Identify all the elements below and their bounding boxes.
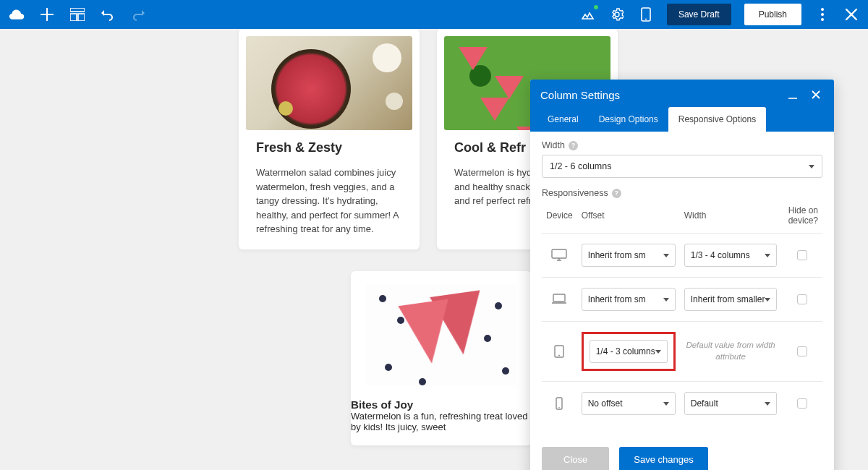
hide-checkbox-laptop[interactable] [797, 294, 807, 304]
top-toolbar: Save Draft Publish [0, 0, 868, 29]
gear-icon[interactable] [609, 7, 625, 22]
hide-checkbox-phone[interactable] [797, 398, 807, 409]
close-icon[interactable] [843, 7, 859, 22]
tablet-width-hint: Default value from width attribute [684, 340, 778, 362]
width-select-phone[interactable]: Default [684, 392, 778, 415]
popsicle-image [366, 284, 516, 385]
svg-point-4 [645, 19, 647, 20]
phone-icon [551, 397, 567, 410]
col-hide: Hide on device? [781, 202, 822, 234]
svg-rect-8 [552, 249, 566, 258]
templates-icon[interactable] [69, 7, 85, 22]
hide-checkbox-desktop[interactable] [797, 250, 807, 260]
salad-image [246, 36, 412, 130]
col-width: Width [680, 202, 782, 234]
svg-rect-1 [70, 14, 77, 21]
save-draft-button[interactable]: Save Draft [667, 4, 731, 25]
row-phone: No offset Default [542, 382, 822, 426]
col-offset: Offset [577, 202, 680, 234]
mobile-preview-icon[interactable] [638, 7, 654, 22]
cloud-icon[interactable] [9, 7, 25, 22]
width-select-laptop[interactable]: Inherit from smaller [684, 288, 778, 311]
card-body: Watermelon is a fun, refreshing treat lo… [351, 411, 532, 432]
status-icon[interactable] [580, 7, 596, 22]
width-label: Width? [542, 140, 822, 150]
undo-icon[interactable] [100, 7, 116, 22]
offset-select-desktop[interactable]: Inherit from sm [582, 244, 676, 267]
more-icon[interactable] [814, 7, 830, 22]
card-bites-of-joy[interactable]: Bites of Joy Watermelon is a fun, refres… [351, 271, 532, 445]
responsiveness-table: Device Offset Width Hide on device? Inhe… [542, 202, 822, 425]
svg-point-13 [559, 407, 561, 409]
svg-rect-0 [70, 8, 85, 12]
row-desktop: Inherit from sm 1/3 - 4 columns [542, 234, 822, 278]
width-select-desktop[interactable]: 1/3 - 4 columns [684, 244, 778, 267]
svg-point-5 [821, 8, 824, 11]
offset-select-laptop[interactable]: Inherit from sm [582, 288, 676, 311]
responsiveness-label: Responsiveness? [542, 188, 822, 198]
help-icon[interactable]: ? [612, 189, 621, 198]
tab-design-options[interactable]: Design Options [589, 107, 668, 132]
dialog-title: Column Settings [540, 89, 620, 101]
row-tablet: 1/4 - 3 columns Default value from width… [542, 322, 822, 382]
tab-responsive-options[interactable]: Responsive Options [668, 107, 766, 132]
card-body: Watermelon salad combines juicy watermel… [256, 166, 402, 236]
offset-select-tablet[interactable]: 1/4 - 3 columns [590, 340, 668, 363]
column-settings-dialog: Column Settings General Design Options R… [530, 80, 834, 470]
publish-button[interactable]: Publish [744, 4, 801, 25]
card-title: Bites of Joy [351, 398, 532, 411]
tab-general[interactable]: General [537, 107, 589, 132]
row-laptop: Inherit from sm Inherit from smaller [542, 278, 822, 322]
hide-checkbox-tablet[interactable] [797, 346, 807, 356]
tablet-offset-highlight: 1/4 - 3 columns [582, 332, 676, 371]
col-device: Device [542, 202, 577, 234]
svg-rect-9 [553, 294, 565, 302]
offset-select-phone[interactable]: No offset [582, 392, 676, 415]
minimize-icon[interactable] [785, 87, 801, 103]
svg-point-7 [821, 18, 824, 21]
redo-icon [130, 7, 146, 22]
laptop-icon [551, 293, 567, 306]
desktop-icon [551, 249, 567, 262]
add-icon[interactable] [39, 7, 55, 22]
svg-rect-2 [78, 14, 85, 21]
svg-point-11 [558, 355, 560, 356]
dialog-close-button[interactable]: Close [542, 447, 609, 470]
help-icon[interactable]: ? [569, 141, 578, 150]
dialog-save-button[interactable]: Save changes [619, 447, 707, 470]
dialog-close-icon[interactable] [808, 87, 824, 103]
card-title: Fresh & Zesty [256, 140, 402, 155]
tablet-icon [551, 345, 567, 358]
card-fresh-zesty[interactable]: Fresh & Zesty Watermelon salad combines … [239, 29, 420, 249]
width-select[interactable]: 1/2 - 6 columns [542, 155, 822, 178]
svg-point-6 [821, 13, 824, 16]
